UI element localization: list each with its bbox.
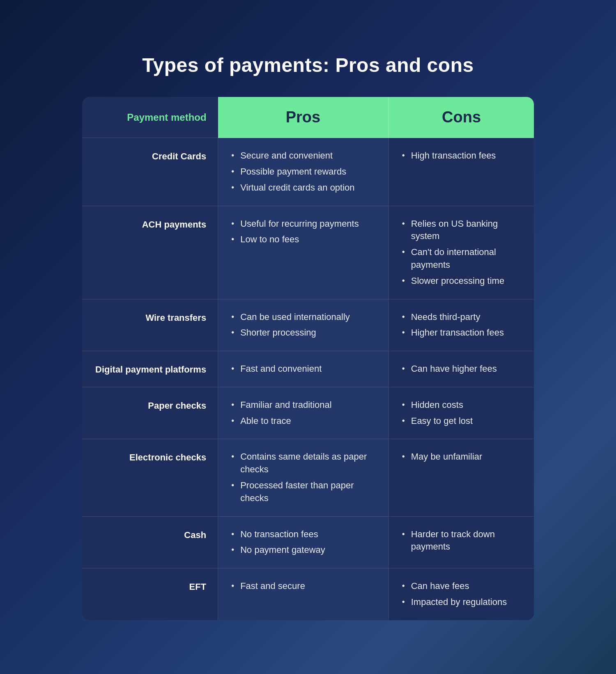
cons-cell: Can have feesImpacted by regulations (388, 568, 534, 620)
table-row: ACH paymentsUseful for recurring payment… (82, 206, 534, 299)
pros-item: Low to no fees (231, 233, 375, 246)
method-cell: Wire transfers (82, 299, 218, 351)
pros-item: Contains same details as paper checks (231, 451, 375, 476)
cons-column-header: Cons (388, 97, 534, 138)
pros-item: No transaction fees (231, 528, 375, 541)
cons-item: High transaction fees (402, 150, 521, 162)
pros-item: Able to trace (231, 415, 375, 428)
method-cell: Paper checks (82, 387, 218, 439)
method-cell: Electronic checks (82, 439, 218, 516)
method-column-header: Payment method (82, 97, 218, 138)
table-row: CashNo transaction feesNo payment gatewa… (82, 516, 534, 568)
cons-item: Needs third-party (402, 311, 521, 324)
pros-cell: Fast and secure (218, 568, 389, 620)
table-row: Credit CardsSecure and convenientPossibl… (82, 138, 534, 206)
cons-cell: Harder to track down payments (388, 516, 534, 568)
pros-item: No payment gateway (231, 544, 375, 557)
pros-item: Useful for recurring payments (231, 218, 375, 230)
cons-cell: Needs third-partyHigher transaction fees (388, 299, 534, 351)
pros-item: Shorter processing (231, 327, 375, 339)
page-title: Types of payments: Pros and cons (82, 54, 534, 76)
cons-item: Can have higher fees (402, 363, 521, 375)
table-row: EFTFast and secureCan have feesImpacted … (82, 568, 534, 620)
method-cell: EFT (82, 568, 218, 620)
cons-item: Harder to track down payments (402, 528, 521, 554)
cons-cell: High transaction fees (388, 138, 534, 206)
pros-item: Fast and convenient (231, 363, 375, 375)
cons-item: May be unfamiliar (402, 451, 521, 463)
pros-cons-table: Payment method Pros Cons Credit CardsSec… (82, 97, 534, 620)
cons-item: Relies on US banking system (402, 218, 521, 243)
pros-cell: Secure and convenientPossible payment re… (218, 138, 389, 206)
pros-item: Familiar and traditional (231, 399, 375, 412)
pros-item: Processed faster than paper checks (231, 479, 375, 505)
pros-item: Fast and secure (231, 580, 375, 593)
cons-cell: Can have higher fees (388, 351, 534, 387)
pros-item: Possible payment rewards (231, 166, 375, 178)
pros-cell: No transaction feesNo payment gateway (218, 516, 389, 568)
method-cell: Credit Cards (82, 138, 218, 206)
pros-cell: Useful for recurring paymentsLow to no f… (218, 206, 389, 299)
pros-cell: Familiar and traditionalAble to trace (218, 387, 389, 439)
cons-item: Slower processing time (402, 275, 521, 288)
method-cell: Cash (82, 516, 218, 568)
table-row: Digital payment platformsFast and conven… (82, 351, 534, 387)
cons-item: Can't do international payments (402, 246, 521, 271)
pros-item: Virtual credit cards an option (231, 182, 375, 194)
main-container: Types of payments: Pros and cons Payment… (82, 54, 534, 620)
cons-cell: Hidden costsEasy to get lost (388, 387, 534, 439)
table-wrapper: Payment method Pros Cons Credit CardsSec… (82, 97, 534, 620)
cons-item: Impacted by regulations (402, 596, 521, 609)
table-row: Electronic checksContains same details a… (82, 439, 534, 516)
pros-cell: Fast and convenient (218, 351, 389, 387)
pros-item: Can be used internationally (231, 311, 375, 324)
table-row: Wire transfersCan be used internationall… (82, 299, 534, 351)
method-cell: Digital payment platforms (82, 351, 218, 387)
cons-item: Hidden costs (402, 399, 521, 412)
pros-column-header: Pros (218, 97, 389, 138)
pros-cell: Contains same details as paper checksPro… (218, 439, 389, 516)
cons-cell: May be unfamiliar (388, 439, 534, 516)
cons-item: Higher transaction fees (402, 327, 521, 339)
pros-item: Secure and convenient (231, 150, 375, 162)
cons-item: Easy to get lost (402, 415, 521, 428)
cons-cell: Relies on US banking systemCan't do inte… (388, 206, 534, 299)
method-cell: ACH payments (82, 206, 218, 299)
cons-item: Can have fees (402, 580, 521, 593)
table-row: Paper checksFamiliar and traditionalAble… (82, 387, 534, 439)
pros-cell: Can be used internationallyShorter proce… (218, 299, 389, 351)
